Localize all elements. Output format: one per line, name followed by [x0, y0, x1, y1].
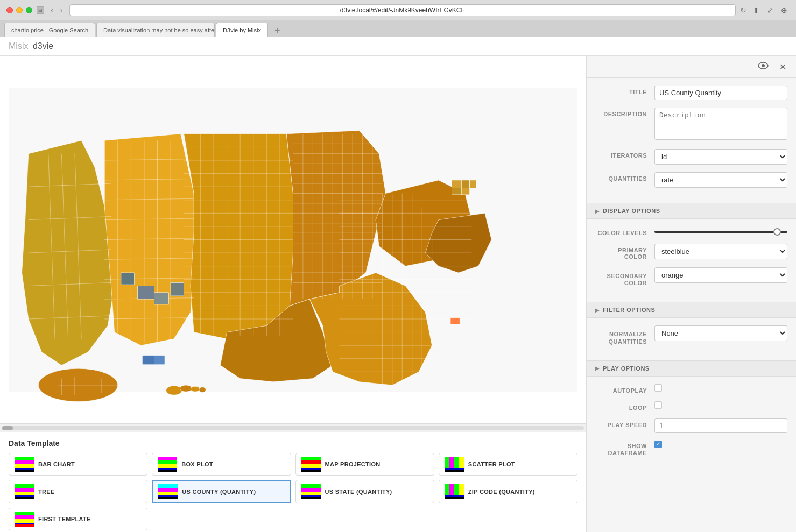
fullscreen-dot[interactable]	[26, 7, 32, 13]
loop-label: LOOP	[595, 401, 654, 411]
back-button[interactable]: ‹	[48, 5, 55, 15]
preview-button[interactable]	[755, 60, 772, 73]
templates-title: Data Template	[9, 439, 577, 448]
play-speed-row: PLAY SPEED	[595, 418, 787, 433]
play-options-arrow: ▶	[595, 365, 600, 371]
loop-checkbox[interactable]	[654, 401, 662, 409]
show-dataframe-checkbox[interactable]	[654, 441, 662, 448]
secondary-color-row: SECONDARY COLOR orange	[595, 267, 787, 287]
loop-row: LOOP	[595, 401, 787, 411]
window-btn[interactable]: ⊟	[37, 6, 44, 14]
secondary-color-control: orange	[654, 267, 787, 283]
tab-1[interactable]: chartio price - Google Search	[4, 23, 95, 37]
svg-rect-134	[15, 512, 34, 515]
color-levels-row: COLOR LEVELS	[595, 226, 787, 236]
url-bar[interactable]: d3vie.local/#/edit/-JnMk9KveehWIrEGvKCF	[69, 4, 736, 16]
loop-control	[654, 401, 787, 409]
show-dataframe-checkbox-row	[654, 441, 787, 448]
svg-rect-99	[158, 464, 177, 468]
highlight-county-2	[154, 356, 165, 365]
filter-options-header[interactable]: ▶ FILTER OPTIONS	[587, 302, 796, 318]
normalize-label: NORMALIZE QUANTITIES	[595, 325, 654, 345]
county-variant-2	[121, 273, 135, 285]
show-dataframe-row: SHOW DATAFRAME	[595, 441, 787, 457]
close-panel-button[interactable]: ✕	[776, 61, 790, 73]
template-us-state-quantity[interactable]: US STATE (QUANTITY)	[295, 480, 434, 503]
svg-rect-105	[301, 468, 321, 470]
template-scatter-plot[interactable]: SCATTER PLOT	[439, 453, 577, 476]
hawaii-4	[199, 387, 206, 393]
play-options-header[interactable]: ▶ PLAY OPTIONS	[587, 360, 796, 377]
highlight-county-1	[142, 356, 154, 365]
tab-2[interactable]: Data visualization may not be so easy af…	[96, 23, 215, 37]
secondary-color-select[interactable]: orange	[654, 267, 787, 283]
form-section-display: COLOR LEVELS PRIMARY COLOR steelblue SEC…	[587, 219, 796, 302]
iterators-select[interactable]: id	[654, 149, 787, 165]
title-label: TITLE	[595, 86, 654, 95]
description-textarea[interactable]	[654, 108, 787, 140]
template-zip-code-quantity[interactable]: ZIP CODE (QUANTITY)	[439, 480, 577, 503]
quantities-select[interactable]: rate	[654, 172, 787, 188]
minimize-dot[interactable]	[16, 7, 23, 13]
normalize-select[interactable]: None	[654, 325, 787, 341]
refresh-button[interactable]: ↻	[740, 6, 746, 15]
title-input[interactable]	[654, 86, 787, 100]
svg-rect-127	[301, 497, 321, 499]
color-levels-slider[interactable]	[654, 231, 787, 233]
zip-code-label: ZIP CODE (QUANTITY)	[468, 488, 535, 495]
description-row: DESCRIPTION	[595, 108, 787, 141]
scrollbar-thumb[interactable]	[2, 426, 13, 430]
display-options-header[interactable]: ▶ DISPLAY OPTIONS	[587, 203, 796, 219]
loop-checkbox-row	[654, 401, 787, 409]
tab-3-active[interactable]: D3vie by Misix	[216, 23, 268, 37]
template-map-projection[interactable]: MAP PROJECTION	[295, 453, 434, 476]
primary-color-select[interactable]: steelblue	[654, 244, 787, 259]
forward-button[interactable]: ›	[58, 5, 65, 15]
svg-rect-104	[301, 464, 321, 468]
left-panel: Data Template BAR CHART	[0, 56, 586, 532]
svg-rect-132	[445, 495, 464, 497]
show-dataframe-control	[654, 441, 787, 448]
brand-name: Misix	[9, 41, 28, 51]
app-name: d3vie	[33, 41, 53, 51]
hawaii-1	[166, 386, 182, 395]
template-us-county-quantity[interactable]: US COUNTY (QUANTITY)	[152, 480, 291, 503]
svg-rect-96	[15, 470, 34, 472]
template-first-template[interactable]: FIRST TEMPLATE	[9, 508, 147, 530]
app-brand: Misix d3vie	[9, 41, 53, 51]
template-box-plot[interactable]: BOX PLOT	[152, 453, 291, 476]
new-tab-button[interactable]: +	[271, 25, 284, 37]
svg-rect-97	[158, 457, 177, 460]
description-control	[654, 108, 787, 141]
ne-county-4	[452, 188, 461, 195]
template-tree[interactable]: TREE	[9, 480, 147, 503]
svg-rect-125	[301, 492, 321, 495]
form-section-play: AUTOPLAY LOOP PLAY SPEED	[587, 377, 796, 472]
map-projection-icon	[301, 457, 321, 472]
share-button[interactable]: ⬆	[751, 6, 762, 15]
form-section-filter: NORMALIZE QUANTITIES None	[587, 318, 796, 360]
bar-chart-icon	[15, 457, 34, 472]
download-button[interactable]: ⊕	[779, 6, 790, 15]
autoplay-checkbox[interactable]	[654, 384, 662, 392]
browser-toolbar: ⊟ ‹ › d3vie.local/#/edit/-JnMk9KveehWIrE…	[0, 0, 796, 20]
play-speed-input[interactable]	[654, 418, 787, 433]
filter-options-label: FILTER OPTIONS	[603, 307, 655, 313]
autoplay-control	[654, 384, 787, 392]
svg-rect-114	[15, 488, 34, 492]
map-scrollbar[interactable]	[0, 423, 586, 432]
svg-rect-118	[158, 484, 178, 488]
fullscreen-button[interactable]: ⤢	[765, 6, 776, 15]
template-bar-chart[interactable]: BAR CHART	[9, 453, 147, 476]
ne-county-3	[470, 180, 476, 188]
svg-rect-124	[301, 488, 321, 492]
templates-grid: BAR CHART BOX PLOT	[9, 453, 577, 530]
svg-rect-123	[301, 484, 321, 488]
svg-rect-121	[158, 495, 178, 497]
secondary-color-label: SECONDARY COLOR	[595, 267, 654, 287]
templates-section: Data Template BAR CHART	[0, 432, 586, 532]
svg-rect-126	[301, 495, 321, 497]
browser-nav: ‹ ›	[48, 5, 65, 15]
primary-color-control: steelblue	[654, 244, 787, 259]
close-dot[interactable]	[6, 7, 13, 13]
